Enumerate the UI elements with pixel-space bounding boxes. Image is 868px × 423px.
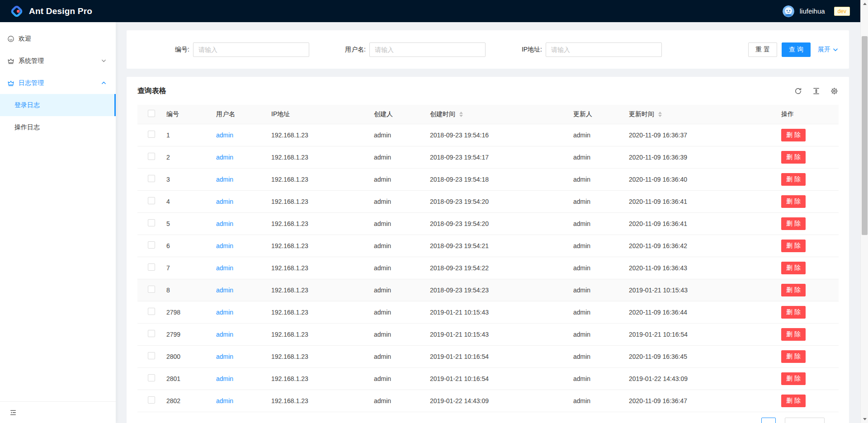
username-link[interactable]: admin — [216, 331, 233, 338]
delete-button[interactable]: 删 除 — [781, 372, 806, 385]
cell-created-time: 2018-09-23 19:54:23 — [423, 279, 566, 301]
sidebar-item-label: 系统管理 — [19, 57, 101, 65]
username-link[interactable]: admin — [216, 264, 233, 272]
username-link[interactable]: admin — [216, 176, 233, 183]
cell-created-time: 2018-09-23 19:54:22 — [423, 257, 566, 279]
username-link[interactable]: admin — [216, 220, 233, 227]
user-avatar[interactable] — [783, 5, 794, 17]
cell-updater: admin — [566, 146, 622, 168]
row-checkbox[interactable] — [148, 153, 155, 160]
query-button[interactable]: 查 询 — [782, 42, 811, 57]
cell-ip: 192.168.1.23 — [264, 168, 367, 190]
delete-button[interactable]: 删 除 — [781, 395, 806, 407]
username-link[interactable]: admin — [216, 375, 233, 382]
table-row: 1 admin 192.168.1.23 admin 2018-09-23 19… — [137, 124, 839, 146]
reset-button[interactable]: 重 置 — [748, 42, 777, 57]
sidebar-subitem-operation-log[interactable]: 操作日志 — [0, 116, 116, 138]
username-link[interactable]: admin — [216, 154, 233, 161]
column-header-actions: 操作 — [774, 105, 839, 124]
row-checkbox[interactable] — [148, 197, 155, 204]
sidebar-item-system-management[interactable]: 系统管理 — [0, 50, 116, 72]
delete-button[interactable]: 删 除 — [781, 306, 806, 319]
header-right: liufeihua dev — [783, 5, 850, 17]
row-checkbox[interactable] — [148, 330, 155, 337]
delete-button[interactable]: 删 除 — [781, 262, 806, 274]
table-body: 1 admin 192.168.1.23 admin 2018-09-23 19… — [137, 124, 839, 412]
logo[interactable]: Ant Design Pro — [10, 5, 92, 18]
sort-carets-icon[interactable] — [459, 112, 463, 117]
scrollbar-down-arrow[interactable] — [861, 415, 868, 423]
window-scrollbar[interactable] — [860, 0, 868, 423]
ip-input[interactable] — [546, 42, 662, 57]
cell-updater: admin — [566, 390, 622, 412]
field-ip: IP地址: — [490, 42, 666, 57]
sidebar-item-welcome[interactable]: 欢迎 — [0, 28, 116, 50]
delete-button[interactable]: 删 除 — [781, 173, 806, 186]
sidebar-footer — [0, 401, 116, 423]
cell-id: 2 — [159, 146, 209, 168]
main-content: 编号: 用户名: IP地址: 重 置 查 询 — [116, 22, 860, 423]
setting-icon[interactable] — [830, 87, 838, 95]
column-height-icon[interactable] — [812, 87, 820, 95]
row-checkbox[interactable] — [148, 131, 155, 138]
row-checkbox[interactable] — [148, 263, 155, 271]
cell-creator: admin — [367, 279, 423, 301]
username-link[interactable]: admin — [216, 198, 233, 205]
scrollbar-up-arrow[interactable] — [861, 0, 868, 8]
select-all-checkbox[interactable] — [148, 110, 155, 117]
reload-icon[interactable] — [794, 87, 802, 95]
delete-button[interactable]: 删 除 — [781, 240, 806, 252]
row-checkbox[interactable] — [148, 175, 155, 182]
delete-button[interactable]: 删 除 — [781, 217, 806, 230]
delete-button[interactable]: 删 除 — [781, 195, 806, 208]
cell-ip: 192.168.1.23 — [264, 212, 367, 235]
cell-ip: 192.168.1.23 — [264, 190, 367, 212]
cell-ip: 192.168.1.23 — [264, 301, 367, 323]
username-link[interactable]: admin — [216, 397, 233, 404]
cell-updated-time: 2020-11-09 16:36:40 — [622, 168, 774, 190]
cell-id: 1 — [159, 124, 209, 146]
header-username[interactable]: liufeihua — [800, 7, 825, 15]
delete-button[interactable]: 删 除 — [781, 129, 806, 141]
page-size-select[interactable] — [785, 418, 825, 423]
row-checkbox[interactable] — [148, 308, 155, 315]
table-toolbar: 查询表格 — [137, 77, 838, 105]
pagination-current-page[interactable] — [761, 418, 776, 423]
username-link[interactable]: admin — [216, 353, 233, 360]
username-link[interactable]: admin — [216, 242, 233, 249]
delete-button[interactable]: 删 除 — [781, 328, 806, 341]
sidebar: 欢迎 系统管理 — [0, 22, 116, 423]
row-checkbox[interactable] — [148, 352, 155, 359]
username-link[interactable]: admin — [216, 132, 233, 139]
table-row: 4 admin 192.168.1.23 admin 2018-09-23 19… — [137, 190, 839, 212]
delete-button[interactable]: 删 除 — [781, 284, 806, 296]
delete-button[interactable]: 删 除 — [781, 151, 806, 164]
username-input[interactable] — [369, 42, 486, 57]
scrollbar-thumb[interactable] — [862, 36, 868, 235]
sort-carets-icon[interactable] — [658, 112, 662, 117]
cell-created-time: 2018-09-23 19:54:18 — [423, 168, 566, 190]
table-row: 5 admin 192.168.1.23 admin 2018-09-23 19… — [137, 212, 839, 235]
cell-ip: 192.168.1.23 — [264, 390, 367, 412]
ant-design-logo-icon — [10, 5, 24, 18]
cell-id: 8 — [159, 279, 209, 301]
expand-link[interactable]: 展开 — [818, 46, 838, 54]
sidebar-item-log-management[interactable]: 日志管理 — [0, 72, 116, 94]
row-checkbox[interactable] — [148, 396, 155, 404]
sidebar-subitem-login-log[interactable]: 登录日志 — [0, 94, 116, 116]
username-link[interactable]: admin — [216, 287, 233, 294]
row-checkbox[interactable] — [148, 241, 155, 249]
cell-created-time: 2019-01-22 14:43:09 — [423, 390, 566, 412]
cell-creator: admin — [367, 212, 423, 235]
delete-button[interactable]: 删 除 — [781, 350, 806, 363]
cell-updated-time: 2019-01-21 10:15:43 — [622, 279, 774, 301]
cell-creator: admin — [367, 190, 423, 212]
username-link[interactable]: admin — [216, 309, 233, 316]
menu-fold-icon[interactable] — [9, 409, 17, 417]
id-input[interactable] — [193, 42, 309, 57]
cell-id: 2799 — [159, 323, 209, 345]
row-checkbox[interactable] — [148, 286, 155, 293]
cell-updater: admin — [566, 279, 622, 301]
row-checkbox[interactable] — [148, 219, 155, 226]
row-checkbox[interactable] — [148, 374, 155, 381]
